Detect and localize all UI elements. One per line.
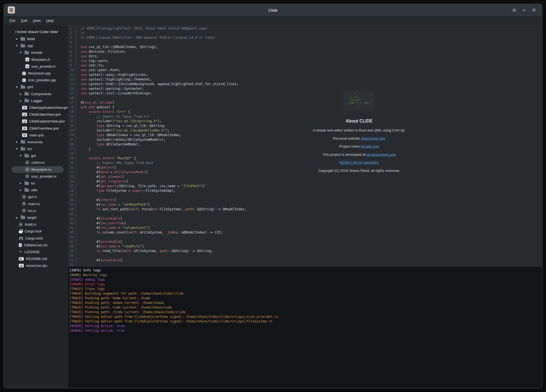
tree-item-utils[interactable]: ▸utils	[4, 187, 68, 193]
menu-item-view[interactable]: View	[30, 17, 43, 24]
tree-item-README.md[interactable]: M↓README.md	[4, 255, 68, 262]
chevron-down-icon[interactable]: ▾	[20, 154, 25, 157]
tree-item-icon_provider.rs[interactable]: Ricon_provider.rs	[4, 173, 68, 180]
personal-website-link[interactable]: shaunreed.com	[361, 136, 386, 140]
tree-item-ClideTreeView.qml[interactable]: QtClideTreeView.qml	[4, 125, 68, 131]
minimize-button[interactable]	[521, 7, 527, 13]
tree-item-LICENSE[interactable]: ✶LICENSE	[4, 249, 68, 255]
tree-item-filesystem.rs[interactable]: Rfilesystem.rs	[4, 166, 68, 173]
tree-item-ClideApplicationView.qml[interactable]: QtClideApplicationView.qml	[4, 104, 68, 111]
close-button[interactable]	[531, 7, 537, 13]
tree-item-filesystem.h[interactable]: Hfilesystem.h	[4, 56, 68, 63]
tree-item-gui.rs[interactable]: Rgui.rs	[4, 193, 68, 200]
tree-item-cpp[interactable]: ▾cpp	[4, 42, 68, 49]
code-text: use syntect::easy::HighlightLines;	[76, 73, 148, 77]
toml-file-icon: [T]	[19, 237, 23, 240]
code-text: use syntect::highlighting::ThemeSet;	[76, 77, 152, 82]
double-chevron-up-icon	[512, 8, 517, 12]
tree-item-ClideExplorerView.qml[interactable]: QtClideExplorerView.qml	[4, 118, 68, 125]
folder-icon	[25, 51, 29, 54]
tree-item-colors.rs[interactable]: Rcolors.rs	[4, 159, 68, 166]
line-number: 7	[68, 54, 76, 59]
chevron-right-icon[interactable]: ▸	[20, 181, 25, 185]
tree-item-include[interactable]: ▾include	[4, 49, 68, 56]
tree-item-tui[interactable]: ▸tui	[4, 180, 68, 187]
rust-file-icon: R	[25, 161, 29, 164]
line-number: 39	[68, 203, 76, 207]
code-text: type QString = cxx_qt_lib::QString;	[76, 124, 166, 128]
code-text	[76, 235, 81, 240]
menu-item-edit[interactable]: Edit	[18, 17, 30, 24]
chevron-down-icon[interactable]: ▾	[16, 85, 21, 89]
tree-item-Logger[interactable]: ▸Logger	[4, 97, 68, 104]
tree-item-resources.qrc[interactable]: Qtresources.qrc	[4, 262, 68, 269]
about-description: A simple text editor written in Rust and…	[264, 128, 455, 132]
kdab-repo-link[interactable]: KDAB CXX-Qt repository	[339, 160, 379, 164]
code-line: 52	[68, 263, 542, 266]
code-line: 6use devicons::FileIcon;	[68, 50, 542, 54]
code-editor[interactable]: 1// SPDX-FileCopyrightText: 2026, Shaun …	[68, 25, 542, 266]
code-text: use dirs;	[76, 54, 99, 59]
chevron-right-icon[interactable]: ▸	[16, 37, 21, 41]
tree-item-label: target	[27, 216, 36, 220]
md-file-icon: M↓	[19, 257, 24, 261]
log-line: [DEBUG] Setting active: true	[69, 324, 542, 329]
menu-item-help[interactable]: Help	[43, 17, 56, 24]
tree-item-Cargo.lock[interactable]: Cargo.lock	[4, 228, 68, 235]
tree-item-label: utils	[31, 188, 37, 192]
log-line: [WARN] Warning logs	[69, 273, 542, 278]
line-number: 42	[68, 217, 76, 221]
chevron-right-icon[interactable]: ▸	[20, 92, 25, 96]
tree-item-qml[interactable]: ▾qml	[4, 83, 68, 90]
line-number: 40	[68, 207, 76, 212]
line-number: 15	[68, 91, 76, 96]
menu-item-file[interactable]: File	[7, 17, 18, 24]
tree-item-label: qml	[27, 85, 33, 89]
tree-item-CMakeLists.txt[interactable]: CMakeLists.txt	[4, 242, 68, 249]
tree-item-icon_provider.h[interactable]: Hicon_provider.h	[4, 63, 68, 70]
tree-item-gui[interactable]: ▾gui	[4, 152, 68, 159]
chevron-right-icon[interactable]: ▸	[20, 188, 25, 192]
tree-item-target[interactable]: ▸target	[4, 214, 68, 221]
git-repo-link[interactable]: git.shaunreed.com	[366, 152, 396, 157]
line-number: 41	[68, 212, 76, 217]
code-line: 50	[68, 254, 542, 258]
tree-item-Components[interactable]: ▸Components	[4, 91, 68, 97]
tree-item-main.qml[interactable]: Qtmain.qml	[4, 132, 68, 139]
line-number: 3	[68, 36, 76, 40]
tree-item-resources[interactable]: ▸resources	[4, 139, 68, 145]
code-text: #[qml_singleton]	[76, 179, 128, 184]
chevron-down-icon[interactable]: ▾	[16, 44, 21, 47]
code-text: include!("cxx-qt-lib/qmodelindex.h");	[76, 128, 169, 133]
tree-item-label: Logger	[31, 99, 42, 103]
tree-item-filesystem.cpp[interactable]: Cfilesystem.cpp	[4, 70, 68, 77]
tree-item-label: LICENSE	[25, 250, 40, 254]
tree-item-label: CMakeLists.txt	[24, 243, 47, 247]
code-text: //	[76, 31, 85, 36]
chevron-down-icon[interactable]: ▾	[16, 147, 21, 151]
code-text	[76, 40, 81, 45]
code-text: #[inherit]	[76, 198, 116, 203]
chevron-down-icon[interactable]: ▾	[20, 51, 25, 54]
code-line: 42 #[qinvokable]	[68, 217, 542, 221]
code-line: 4	[68, 40, 542, 45]
chevron-right-icon[interactable]: ▸	[20, 99, 25, 103]
tree-item-src[interactable]: ▾src	[4, 145, 68, 152]
shade-window-button[interactable]	[511, 7, 517, 13]
project-notes-link[interactable]: knoats.com	[361, 144, 379, 148]
code-text: #[qinvokable]	[76, 217, 122, 221]
chevron-right-icon[interactable]: ▸	[16, 216, 21, 219]
tree-item-build[interactable]: ▸build	[4, 35, 68, 42]
tree-item-tui.rs[interactable]: Rtui.rs	[4, 207, 68, 214]
chevron-right-icon[interactable]: ▸	[16, 140, 21, 144]
tree-item-main.rs[interactable]: Rmain.rs	[4, 201, 68, 207]
tree-item-Cargo.toml[interactable]: [T]Cargo.toml	[4, 235, 68, 241]
cpp-file-icon: C	[22, 78, 26, 82]
tree-item-icon_provider.cpp[interactable]: Cicon_provider.cpp	[4, 77, 68, 83]
tree-item-build.rs[interactable]: Rbuild.rs	[4, 221, 68, 228]
line-number: 36	[68, 189, 76, 193]
log-panel[interactable]: [INFO] Info logs[WARN] Warning logs[DEBU…	[68, 266, 542, 388]
tree-item-ClideEditorView.qml[interactable]: QtClideEditorView.qml	[4, 111, 68, 118]
line-number: 31	[68, 166, 76, 170]
folder-icon	[25, 99, 29, 102]
